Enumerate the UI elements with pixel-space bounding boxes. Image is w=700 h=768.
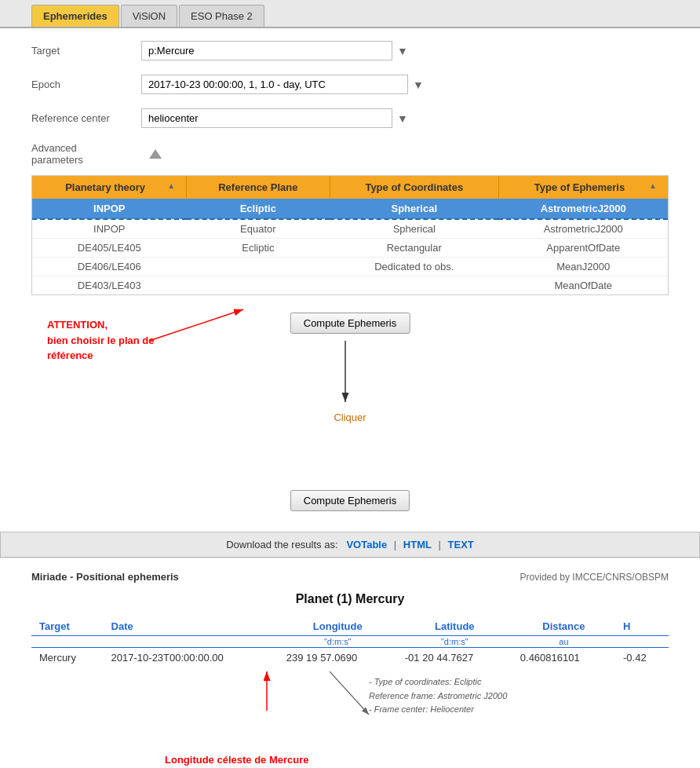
opt3-typeephemeris: MeanJ2000 bbox=[498, 258, 668, 276]
col-h: H bbox=[615, 617, 669, 636]
results-table: Target Date Longitude Latitude Distance … bbox=[31, 617, 669, 667]
second-compute-wrap: Compute Ephemeris bbox=[31, 490, 669, 511]
advanced-label: Advanced parameters bbox=[31, 142, 141, 166]
opt1-typecoords: Spherical bbox=[330, 219, 498, 239]
tab-eso-phase2[interactable]: ESO Phase 2 bbox=[179, 5, 264, 27]
epoch-row: Epoch ▼ bbox=[31, 75, 669, 94]
opt4-refplane bbox=[187, 276, 330, 295]
target-row: Target ▼ bbox=[31, 41, 669, 60]
sep1: | bbox=[394, 539, 396, 550]
target-label: Target bbox=[31, 45, 141, 57]
lower-annotation: - Type of coordinates: Ecliptic Referenc… bbox=[31, 667, 669, 768]
attention-text: ATTENTION, bien choisir le plan de référ… bbox=[47, 317, 155, 364]
advanced-toggle-icon[interactable] bbox=[149, 149, 162, 159]
sort-icon-theory: ▲ bbox=[167, 181, 175, 190]
params-table-container: Planetary theory ▲ Reference Plane Type … bbox=[31, 175, 669, 295]
opt1-typeephemeris: AstrometricJ2000 bbox=[498, 219, 668, 239]
result-longitude: 239 19 57.0690 bbox=[279, 648, 397, 668]
col-type-ephemeris: Type of Ephemeris ▲ bbox=[498, 176, 668, 199]
opt4-typecoords bbox=[330, 276, 498, 295]
tab-bar: Ephemerides ViSiON ESO Phase 2 bbox=[0, 0, 700, 28]
sub-target bbox=[31, 636, 104, 648]
longitude-note: Longitude céleste de Mercure le 23 octob… bbox=[165, 754, 309, 768]
refcenter-row: Reference center ▼ bbox=[31, 108, 669, 128]
svg-line-5 bbox=[330, 671, 369, 715]
compute-ephemeris-button-bottom[interactable]: Compute Ephemeris bbox=[290, 490, 410, 511]
refcenter-dropdown-icon[interactable]: ▼ bbox=[397, 112, 408, 125]
target-input[interactable] bbox=[141, 41, 392, 60]
epoch-input-wrap: ▼ bbox=[141, 75, 424, 94]
col-longitude: Longitude bbox=[279, 617, 397, 636]
result-row: Mercury 2017-10-23T00:00:00.00 239 19 57… bbox=[31, 648, 669, 668]
selected-typecoords: Spherical bbox=[330, 199, 498, 219]
compute-arrow bbox=[267, 341, 424, 411]
opt2-refplane: Ecliptic bbox=[187, 239, 330, 258]
selected-typeephemeris: AstrometricJ2000 bbox=[498, 199, 668, 219]
download-bar: Download the results as: VOTable | HTML … bbox=[0, 532, 700, 558]
sort-icon-ephemeris: ▲ bbox=[649, 181, 657, 190]
download-text[interactable]: TEXT bbox=[448, 539, 474, 550]
selected-planetary: INPOP bbox=[32, 199, 187, 219]
results-subheader-row: "d:m:s" "d:m:s" au bbox=[31, 636, 669, 648]
miriade-header: Miriade - Positional ephemeris Provided … bbox=[31, 571, 669, 583]
provided-by: Provided by IMCCE/CNRS/OBSPM bbox=[520, 572, 669, 583]
col-reference-plane: Reference Plane bbox=[187, 176, 330, 199]
epoch-label: Epoch bbox=[31, 79, 141, 90]
opt2-typeephemeris: ApparentOfDate bbox=[498, 239, 668, 258]
opt1-refplane: Equator bbox=[187, 219, 330, 239]
result-section: Miriade - Positional ephemeris Provided … bbox=[0, 558, 700, 768]
epoch-dropdown-icon[interactable]: ▼ bbox=[413, 79, 424, 91]
opt4-typeephemeris: MeanOfDate bbox=[498, 276, 668, 295]
result-latitude: -01 20 44.7627 bbox=[397, 648, 512, 668]
sep2: | bbox=[439, 539, 441, 550]
sub-distance-unit: au bbox=[512, 636, 615, 648]
svg-line-1 bbox=[149, 309, 243, 341]
results-header-row: Target Date Longitude Latitude Distance … bbox=[31, 617, 669, 636]
planet-title: Planet (1) Mercury bbox=[31, 592, 669, 606]
download-text: Download the results as: bbox=[226, 539, 337, 550]
opt2-planetary: DE405/LE405 bbox=[32, 239, 187, 258]
sub-h bbox=[615, 636, 669, 648]
cliquer-label: Cliquer bbox=[334, 411, 366, 423]
selected-refplane: Ecliptic bbox=[187, 199, 330, 219]
tab-vision[interactable]: ViSiON bbox=[121, 5, 177, 27]
download-html[interactable]: HTML bbox=[403, 539, 432, 550]
option-row-2[interactable]: DE405/LE405 Ecliptic Rectangular Apparen… bbox=[32, 239, 668, 258]
sub-date bbox=[104, 636, 279, 648]
compute-ephemeris-button-top[interactable]: Compute Ephemeris bbox=[290, 313, 410, 334]
option-row-4[interactable]: DE403/LE403 MeanOfDate bbox=[32, 276, 668, 295]
opt3-refplane bbox=[187, 258, 330, 276]
tab-ephemerides[interactable]: Ephemerides bbox=[31, 5, 119, 27]
option-row-3[interactable]: DE406/LE406 Dedicated to obs. MeanJ2000 bbox=[32, 258, 668, 276]
col-type-coords: Type of Coordinates bbox=[330, 176, 498, 199]
col-planetary-theory: Planetary theory ▲ bbox=[32, 176, 187, 199]
refcenter-input-wrap: ▼ bbox=[141, 108, 408, 128]
main-content: Target ▼ Epoch ▼ Reference center ▼ Adva… bbox=[0, 28, 700, 532]
longitude-up-arrow bbox=[243, 667, 290, 711]
opt3-typecoords: Dedicated to obs. bbox=[330, 258, 498, 276]
refcenter-input[interactable] bbox=[141, 108, 392, 128]
selected-params-row[interactable]: INPOP Ecliptic Spherical AstrometricJ200… bbox=[32, 199, 668, 219]
opt3-planetary: DE406/LE406 bbox=[32, 258, 187, 276]
refcenter-label: Reference center bbox=[31, 112, 141, 124]
col-distance: Distance bbox=[512, 617, 615, 636]
result-date: 2017-10-23T00:00:00.00 bbox=[104, 648, 279, 668]
opt4-planetary: DE403/LE403 bbox=[32, 276, 187, 295]
option-row-1[interactable]: INPOP Equator Spherical AstrometricJ2000 bbox=[32, 219, 668, 239]
result-h: -0.42 bbox=[615, 648, 669, 668]
opt2-typecoords: Rectangular bbox=[330, 239, 498, 258]
epoch-input[interactable] bbox=[141, 75, 408, 94]
sub-longitude-unit: "d:m:s" bbox=[279, 636, 397, 648]
opt1-planetary: INPOP bbox=[32, 219, 187, 239]
result-distance: 0.460816101 bbox=[512, 648, 615, 668]
target-dropdown-icon[interactable]: ▼ bbox=[397, 45, 408, 57]
download-votable[interactable]: VOTable bbox=[346, 539, 387, 550]
sub-latitude-unit: "d:m:s" bbox=[397, 636, 512, 648]
result-target: Mercury bbox=[31, 648, 104, 668]
col-latitude: Latitude bbox=[397, 617, 512, 636]
annotation-note: - Type of coordinates: Ecliptic Referenc… bbox=[369, 675, 507, 717]
col-target: Target bbox=[31, 617, 104, 636]
annotation-section: ATTENTION, bien choisir le plan de référ… bbox=[31, 302, 669, 474]
params-table: Planetary theory ▲ Reference Plane Type … bbox=[32, 176, 668, 294]
target-input-wrap: ▼ bbox=[141, 41, 408, 60]
